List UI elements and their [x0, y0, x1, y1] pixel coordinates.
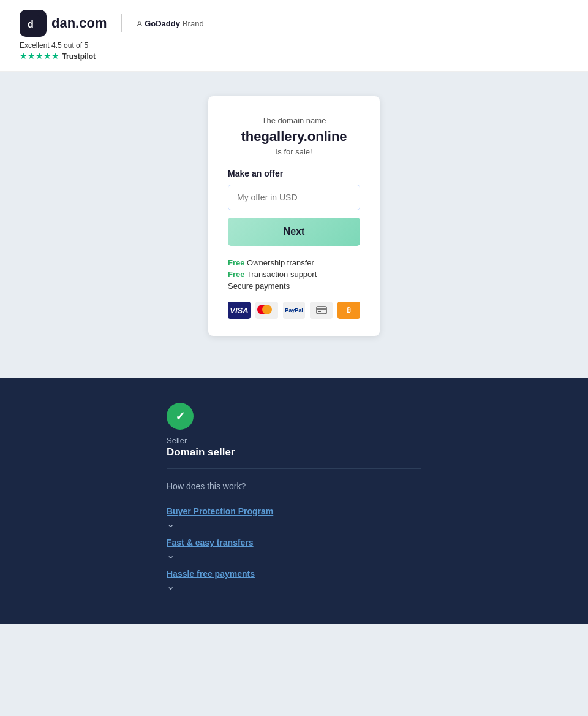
accordion-title-transfers[interactable]: Fast & easy transfers: [167, 538, 254, 547]
accordion-arrow-transfers[interactable]: ⌄: [167, 549, 421, 561]
payment-icons: VISA PayPal ₿: [228, 302, 360, 319]
brand-suffix: Brand: [183, 19, 204, 28]
free-tag-ownership: Free: [228, 258, 244, 267]
svg-rect-2: [317, 307, 326, 314]
domain-name: thegallery.online: [228, 129, 360, 145]
header-divider: [121, 14, 122, 32]
transaction-text: Transaction support: [247, 270, 317, 279]
visa-icon: VISA: [228, 302, 251, 319]
rating-text: Excellent 4.5 out of 5: [20, 41, 88, 50]
how-works-text: How does this work?: [167, 481, 421, 491]
accordion-title-buyer[interactable]: Buyer Protection Program: [167, 506, 273, 516]
dark-inner: Seller Domain seller How does this work?…: [147, 403, 441, 592]
transfer-icon: [310, 302, 333, 319]
godaddy-brand: A GoDaddy Brand: [137, 19, 203, 28]
main-content: The domain name thegallery.online is for…: [0, 72, 588, 378]
svg-rect-4: [318, 311, 321, 312]
brand-name: GoDaddy: [145, 19, 180, 28]
ownership-text: Ownership transfer: [247, 258, 314, 267]
header: d dan.com A GoDaddy Brand Excellent 4.5 …: [0, 0, 588, 72]
mastercard-icon: [255, 302, 278, 319]
domain-label: The domain name: [228, 116, 360, 125]
accordion-arrow-buyer[interactable]: ⌄: [167, 518, 421, 530]
header-left: d dan.com A GoDaddy Brand Excellent 4.5 …: [20, 10, 204, 61]
trustpilot-logo: Trustpilot: [62, 52, 96, 61]
make-offer-label: Make an offer: [228, 169, 360, 178]
feature-ownership: Free Ownership transfer: [228, 258, 360, 267]
trustpilot-area: Excellent 4.5 out of 5 ★★★★★ Trustpilot: [20, 39, 204, 61]
next-button[interactable]: Next: [228, 218, 360, 246]
seller-avatar: [167, 403, 194, 430]
accordion-arrow-payments[interactable]: ⌄: [167, 581, 421, 592]
offer-card: The domain name thegallery.online is for…: [208, 96, 380, 336]
feature-secure: Secure payments: [228, 281, 360, 291]
feature-transaction: Free Transaction support: [228, 270, 360, 279]
for-sale-text: is for sale!: [228, 147, 360, 156]
accordion-title-payments[interactable]: Hassle free payments: [167, 569, 255, 579]
seller-role: Seller: [167, 436, 421, 445]
mc-circle-right: [262, 305, 272, 314]
seller-name: Domain seller: [167, 446, 421, 459]
features-list: Free Ownership transfer Free Transaction…: [228, 258, 360, 291]
logo-text: dan.com: [51, 15, 107, 31]
gray-section: [0, 624, 588, 716]
trustpilot-stars: ★★★★★: [20, 51, 59, 61]
svg-text:d: d: [28, 19, 34, 29]
free-tag-transaction: Free: [228, 270, 244, 279]
secure-text: Secure payments: [228, 281, 290, 291]
brand-prefix: A: [137, 19, 142, 28]
dark-section: Seller Domain seller How does this work?…: [0, 378, 588, 624]
mastercard-circles: [257, 305, 276, 316]
accordion-buyer-protection: Buyer Protection Program ⌄: [167, 506, 421, 530]
accordion-hassle-payments: Hassle free payments ⌄: [167, 568, 421, 592]
accordion-fast-transfers: Fast & easy transfers ⌄: [167, 537, 421, 561]
header-logo: d dan.com A GoDaddy Brand: [20, 10, 204, 37]
paypal-icon: PayPal: [283, 302, 306, 319]
separator: [167, 468, 421, 469]
offer-input[interactable]: [228, 185, 360, 210]
dan-logo-icon: d: [20, 10, 47, 37]
bitcoin-icon: ₿: [337, 302, 360, 319]
